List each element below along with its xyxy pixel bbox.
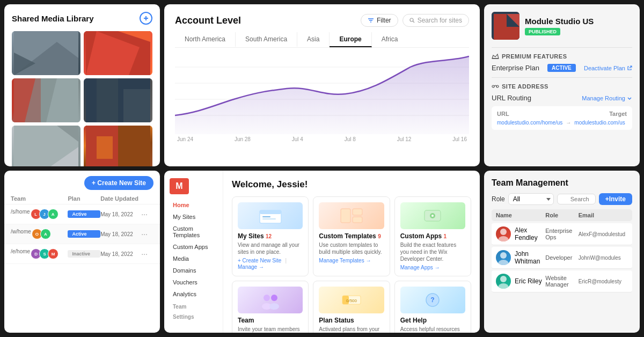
sidebar-item-my-sites[interactable]: My Sites (170, 211, 217, 222)
card-name-templates: Custom Templates 9 (319, 232, 384, 240)
media-thumbnail[interactable] (84, 31, 152, 75)
deactivate-plan-link[interactable]: Deactivate Plan (584, 65, 632, 71)
create-new-site-link[interactable]: + Create New Site (238, 258, 281, 263)
sidebar-item-vouchers[interactable]: Vouchers (170, 277, 217, 288)
svg-rect-40 (262, 216, 270, 217)
col-plan: Plan (68, 195, 100, 202)
svg-text:0/500: 0/500 (346, 298, 357, 303)
site-path: /s/home (11, 209, 30, 219)
tab-north-america[interactable]: North America (175, 32, 236, 47)
site-path: /w/home (11, 229, 31, 239)
manage-sites-link[interactable]: Manage → (238, 264, 264, 270)
card-icon-team (238, 287, 303, 313)
active-badge: ACTIVE (547, 64, 576, 72)
chart-search-box[interactable]: Search for sites (402, 14, 469, 27)
studio-info: Module Studio US PUBLISHED (525, 17, 594, 35)
status-badge: Active (68, 230, 100, 238)
routing-icon (492, 83, 499, 90)
col-date: Date Updated (100, 195, 141, 202)
media-thumbnail[interactable] (12, 78, 80, 122)
sidebar-item-media[interactable]: Media (170, 253, 217, 264)
media-thumbnail[interactable] (12, 31, 80, 75)
media-thumbnail[interactable] (12, 126, 80, 166)
card-desc-templates: Use custom templates to build multiple s… (319, 241, 384, 255)
filter-icon (368, 18, 374, 23)
member-name-eric: Eric Riley (515, 277, 542, 285)
routing-target: modulestudio.com/us (574, 120, 625, 126)
svg-rect-20 (97, 136, 113, 159)
routing-table-row: modulestudio.com/home/us → modulestudio.… (497, 120, 627, 126)
svg-point-37 (496, 85, 499, 87)
tab-asia[interactable]: Asia (297, 32, 330, 47)
tab-south-america[interactable]: South America (236, 32, 297, 47)
url-routing-label: URL Routing (492, 94, 531, 102)
invite-button[interactable]: +Invite (599, 193, 632, 205)
site-address-heading: SITE ADDRESS (492, 83, 632, 90)
avatar-group: /w/home O A (11, 229, 68, 239)
nav-logo: M (170, 178, 189, 194)
plus-icon (143, 15, 149, 21)
tab-europe[interactable]: Europe (330, 32, 371, 47)
sidebar-item-domains[interactable]: Domains (170, 265, 217, 276)
card-my-sites: My Sites 12 View and manage all your sit… (232, 196, 309, 276)
row-actions-button[interactable]: ··· (141, 210, 153, 218)
col-email: Email (579, 212, 628, 218)
svg-point-59 (500, 229, 507, 235)
svg-rect-19 (118, 126, 150, 166)
member-email-alex: AlexF@modulestud (579, 231, 628, 237)
row-actions-button[interactable]: ··· (141, 250, 153, 258)
card-links-my-sites: + Create New Site | Manage → (238, 257, 303, 270)
sidebar-item-home[interactable]: Home (170, 200, 217, 210)
svg-rect-39 (260, 210, 281, 214)
manage-routing-link[interactable]: Manage Routing (582, 95, 632, 101)
create-new-site-button[interactable]: + Create New Site (84, 176, 153, 190)
team-name-cell: Alex Fendley (496, 226, 545, 241)
member-name-john: John Whitman (515, 250, 545, 265)
team-row: Alex Fendley Enterprise Ops AlexF@module… (492, 223, 632, 245)
row-actions-button[interactable]: ··· (141, 230, 153, 238)
media-library-panel: Shared Media Library (4, 4, 160, 166)
svg-rect-41 (262, 218, 276, 219)
module-studio-panel: Module Studio US PUBLISHED PREMIUM FEATU… (484, 4, 640, 166)
tab-africa[interactable]: Africa (372, 32, 408, 47)
svg-text:?: ? (431, 296, 435, 304)
sidebar-item-custom-apps[interactable]: Custom Apps (170, 241, 217, 252)
search-team-input[interactable] (557, 194, 596, 204)
card-custom-templates: Custom Templates 9 Use custom templates … (313, 196, 390, 276)
site-path: /e/home (11, 248, 30, 259)
chart-label-0: Jun 24 (177, 136, 193, 142)
card-custom-apps: Custom Apps 1 Build the exact features y… (394, 196, 471, 276)
media-thumbnail[interactable] (84, 126, 152, 166)
member-role-john: Developer (545, 254, 579, 261)
card-icon-plan: 0/500 (319, 287, 384, 313)
studio-header: Module Studio US PUBLISHED (492, 12, 632, 40)
chevron-down-icon (627, 96, 632, 101)
add-media-button[interactable] (140, 12, 152, 25)
svg-point-36 (492, 85, 494, 87)
svg-point-49 (271, 295, 277, 301)
svg-rect-12 (97, 78, 118, 122)
studio-logo (492, 12, 519, 40)
card-name-plan: Plan Status (319, 317, 384, 324)
card-desc-apps: Build the exact features you need in the… (400, 241, 465, 262)
manage-apps-link[interactable]: Manage Apps → (400, 265, 440, 270)
card-team: Team Invite your team members and manage… (232, 281, 309, 333)
member-name-alex: Alex Fendley (515, 226, 545, 241)
avatar-group: /s/home L J A (11, 209, 68, 219)
team-table-header: Name Role Email (492, 209, 632, 221)
sidebar-item-custom-templates[interactable]: Custom Templates (170, 223, 217, 240)
svg-rect-43 (353, 209, 362, 215)
media-thumbnail[interactable] (84, 78, 152, 122)
plan-name: Enterprise Plan (492, 64, 539, 72)
avatar-john (496, 250, 511, 265)
card-icon-templates (319, 202, 384, 229)
manage-templates-link[interactable]: Manage Templates → (319, 258, 371, 263)
role-select[interactable]: All Admin Developer Manager (508, 193, 554, 205)
sidebar-item-analytics[interactable]: Analytics (170, 289, 217, 299)
target-column-header: Target (609, 111, 627, 117)
filter-button[interactable]: Filter (361, 14, 398, 27)
external-link-icon (627, 65, 632, 71)
nav-section-settings: Settings (170, 311, 217, 321)
svg-point-62 (498, 260, 509, 265)
team-controls: Role All Admin Developer Manager +Invite (492, 193, 632, 205)
